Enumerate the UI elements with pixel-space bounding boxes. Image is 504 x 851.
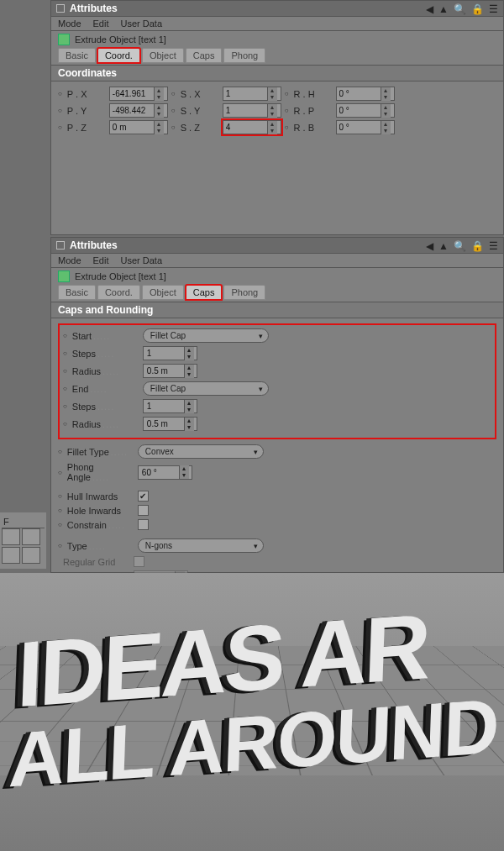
label-hole: Hole Inwards <box>67 506 134 516</box>
dropdown-fillet-type[interactable]: Convex▾ <box>138 444 264 459</box>
nav-back-icon[interactable]: ◀ <box>426 3 433 15</box>
viewport-3d[interactable]: IDEAS AR ALL AROUND <box>0 573 504 851</box>
menu-userdata[interactable]: User Data <box>121 255 163 265</box>
tab-object[interactable]: Object <box>142 48 184 63</box>
search-icon[interactable]: 🔍 <box>454 240 466 252</box>
tab-coord[interactable]: Coord. <box>97 48 140 63</box>
field-px[interactable]: ▴▾ <box>109 87 168 101</box>
input-py[interactable] <box>110 106 154 115</box>
input-radius1[interactable] <box>144 366 184 376</box>
input-radius2[interactable] <box>144 419 184 428</box>
field-py[interactable]: ▴▾ <box>109 103 168 118</box>
field-rb[interactable]: ▴▾ <box>336 120 395 134</box>
tabs: Basic Coord. Object Caps Phong <box>51 285 503 302</box>
menu-edit[interactable]: Edit <box>93 18 109 29</box>
coordinates-grid: ○P . X ▴▾ ○S . X ▴▾ ○R . H ▴▾ ○P . Y ▴▾ … <box>51 81 503 142</box>
lock-icon[interactable]: 🔒 <box>471 3 484 15</box>
label-steps2: Steps <box>72 402 139 412</box>
value-type: N-gons <box>145 541 172 550</box>
dropdown-end[interactable]: Fillet Cap▾ <box>143 381 269 396</box>
field-rh[interactable]: ▴▾ <box>336 87 395 101</box>
menu-mode[interactable]: Mode <box>58 18 81 29</box>
field-radius2[interactable]: ▴▾ <box>143 417 197 431</box>
label-phong-angle: Phong Angle <box>67 462 134 482</box>
field-rp[interactable]: ▴▾ <box>336 103 395 118</box>
value-fillet-type: Convex <box>145 447 174 456</box>
tab-coord[interactable]: Coord. <box>97 285 140 300</box>
field-pz[interactable]: ▴▾ <box>109 120 168 134</box>
lock-icon[interactable]: 🔒 <box>471 240 484 252</box>
input-sz[interactable] <box>223 123 267 132</box>
value-end: Fillet Cap <box>150 384 186 393</box>
tab-phong[interactable]: Phong <box>223 48 265 63</box>
tool-icon[interactable] <box>22 528 40 545</box>
label-py: P . Y <box>67 106 106 116</box>
search-icon[interactable]: 🔍 <box>454 3 466 15</box>
dropdown-start[interactable]: Fillet Cap▾ <box>143 328 269 343</box>
menu-edit[interactable]: Edit <box>93 255 109 265</box>
input-sy[interactable] <box>223 106 267 115</box>
tab-object[interactable]: Object <box>142 285 184 300</box>
tab-caps[interactable]: Caps <box>186 48 223 63</box>
menu-userdata[interactable]: User Data <box>121 18 163 29</box>
field-radius1[interactable]: ▴▾ <box>143 364 197 378</box>
value-start: Fillet Cap <box>150 331 186 340</box>
checkbox-hull[interactable]: ✔ <box>138 491 149 502</box>
nav-back-icon[interactable]: ◀ <box>426 240 433 252</box>
input-phong-angle[interactable] <box>139 468 179 477</box>
panel-title: Attributes <box>70 3 118 14</box>
tab-phong[interactable]: Phong <box>223 285 265 300</box>
dropdown-type[interactable]: N-gons▾ <box>138 538 264 553</box>
chevron-down-icon: ▾ <box>254 448 258 456</box>
menu-icon[interactable]: ☰ <box>489 3 498 15</box>
field-sx[interactable]: ▴▾ <box>223 87 281 101</box>
field-sy[interactable]: ▴▾ <box>223 103 281 118</box>
tool-icon[interactable] <box>22 547 40 564</box>
left-toolstrip: F <box>0 512 46 569</box>
field-steps2[interactable]: ▴▾ <box>143 399 197 413</box>
menu-mode[interactable]: Mode <box>58 255 81 265</box>
input-rp[interactable] <box>337 106 381 115</box>
label-radius1: Radius <box>72 366 139 376</box>
tab-basic[interactable]: Basic <box>58 48 96 63</box>
menubar: Mode Edit User Data <box>51 254 503 268</box>
extrude-icon <box>58 271 70 282</box>
input-px[interactable] <box>110 89 154 98</box>
strip-label: F <box>2 516 45 528</box>
nav-fwd-icon[interactable]: ▲ <box>438 240 449 252</box>
nav-fwd-icon[interactable]: ▲ <box>438 3 449 15</box>
highlighted-group: ○Start Fillet Cap▾ ○Steps ▴▾ ○Radius ▴▾ … <box>58 323 496 439</box>
label-type: Type <box>67 541 134 551</box>
tool-icon[interactable] <box>2 528 20 545</box>
titlebar: Attributes ◀ ▲ 🔍 🔒 ☰ <box>51 238 503 254</box>
panel-toggle-icon[interactable] <box>56 241 65 250</box>
tab-caps[interactable]: Caps <box>186 285 223 300</box>
input-rb[interactable] <box>337 123 381 132</box>
field-sz[interactable]: ▴▾ <box>223 120 281 134</box>
label-pz: P . Z <box>67 123 106 133</box>
object-name: Extrude Object [text 1] <box>75 271 166 281</box>
field-phong-angle[interactable]: ▴▾ <box>138 465 192 480</box>
input-steps2[interactable] <box>144 402 184 411</box>
input-steps1[interactable] <box>144 349 184 358</box>
input-pz[interactable] <box>110 123 154 132</box>
object-row: Extrude Object [text 1] <box>51 268 503 285</box>
section-head: Coordinates <box>51 65 503 81</box>
input-sx[interactable] <box>223 89 267 98</box>
label-constrain: Constrain <box>67 520 134 530</box>
input-rh[interactable] <box>337 89 381 98</box>
extrude-icon <box>58 34 70 45</box>
panel-toggle-icon[interactable] <box>56 4 65 13</box>
checkbox-hole[interactable] <box>138 505 149 516</box>
field-steps1[interactable]: ▴▾ <box>143 346 197 360</box>
panel-title: Attributes <box>70 239 118 251</box>
tab-basic[interactable]: Basic <box>58 285 96 300</box>
menubar: Mode Edit User Data <box>51 17 503 31</box>
checkbox-constrain[interactable] <box>138 519 149 530</box>
header-icons: ◀ ▲ 🔍 🔒 ☰ <box>426 3 498 15</box>
menu-icon[interactable]: ☰ <box>489 240 498 252</box>
label-start: Start <box>72 331 139 341</box>
label-end: End <box>72 384 139 394</box>
tool-icon[interactable] <box>2 547 20 564</box>
chevron-down-icon: ▾ <box>254 542 258 550</box>
